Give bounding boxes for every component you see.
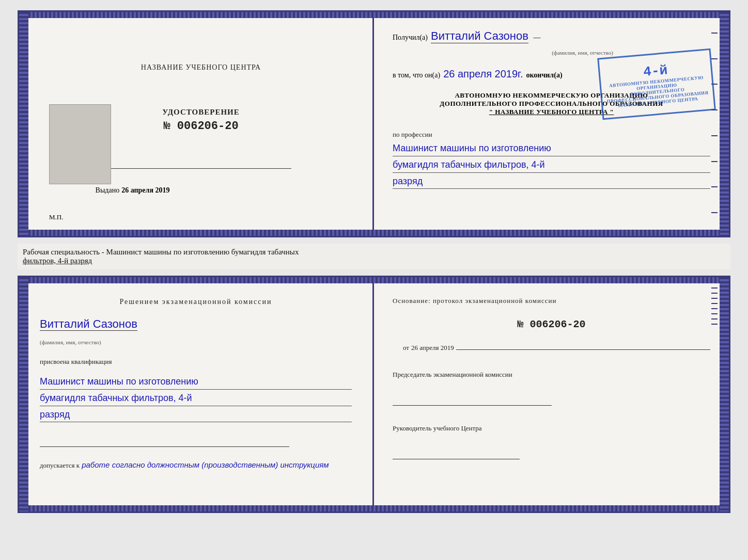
- protocol-number: № 006206-20: [393, 318, 710, 330]
- issued-label: Выдано: [96, 186, 120, 195]
- qualification-line3: разряд: [40, 407, 352, 423]
- commission-title: Решением экзаменационной комиссии: [40, 298, 352, 306]
- deco-dash-2: [711, 58, 718, 59]
- desc-text1: Рабочая специальность - Машинист машины …: [23, 248, 725, 257]
- deco-dash-8: [711, 212, 718, 213]
- stamp-number: 4-й: [643, 62, 668, 80]
- photo-placeholder: [49, 104, 111, 184]
- top-document: НАЗВАНИЕ УЧЕБНОГО ЦЕНТРА УДОСТОВЕРЕНИЕ №…: [18, 10, 730, 237]
- chair-title: Председатель экзаменационной комиссии: [393, 371, 710, 379]
- bottom-left-page: Решением экзаменационной комиссии Виттал…: [19, 277, 374, 511]
- profession-line3: разряд: [393, 174, 710, 189]
- deco-dash-6: [711, 161, 718, 162]
- person-name: Витталий Сазонов: [40, 317, 137, 331]
- in-tom-prefix: в том, что он(а): [393, 71, 440, 79]
- stamp: 4-й АВТОНОМНУЮ НЕКОММЕРЧЕСКУЮ ОРГАНИЗАЦИ…: [597, 49, 716, 120]
- profession-line1: Машинист машины по изготовлению: [393, 141, 710, 156]
- qualification-line2: бумагидля табачных фильтров, 4-й: [40, 391, 352, 406]
- received-prefix: Получил(а): [393, 34, 428, 42]
- profession-label: по профессии: [393, 131, 710, 139]
- assigned-label: присвоена квалификация: [40, 358, 112, 365]
- cert-type-label: УДОСТОВЕРЕНИЕ: [162, 108, 240, 117]
- head-title: Руководитель учебного Центра: [393, 424, 710, 433]
- recipient-name: Витталий Сазонов: [431, 29, 528, 43]
- qualification-line1: Машинист машины по изготовлению: [40, 374, 352, 390]
- top-right-page: Получил(а) Витталий Сазонов — (фамилия, …: [374, 12, 729, 236]
- name-subtitle-top: (фамилия, имя, отчество): [552, 50, 613, 56]
- r-deco-1: [711, 287, 718, 289]
- r-deco-8: [711, 324, 718, 325]
- chair-signature-line: [393, 393, 552, 406]
- mp-label: М.П.: [49, 213, 63, 221]
- deco-dash-3: [711, 84, 718, 85]
- issued-date: 26 апреля 2019: [121, 186, 169, 195]
- bottom-description: Рабочая специальность - Машинист машины …: [18, 244, 730, 269]
- r-deco-4: [711, 303, 718, 304]
- desc-text2: фильтров, 4-й разряд: [23, 257, 725, 265]
- r-deco-3: [711, 298, 718, 299]
- deco-dash-7: [711, 186, 718, 187]
- training-center-title: НАЗВАНИЕ УЧЕБНОГО ЦЕНТРА: [141, 63, 261, 72]
- cert-number: № 006206-20: [162, 120, 240, 133]
- name-subtitle-bottom: (фамилия, имя, отчество): [40, 339, 101, 345]
- r-deco-2: [711, 293, 718, 294]
- date-dash: [456, 342, 710, 350]
- admitted-prefix: допускается к: [40, 461, 80, 470]
- profession-line2: бумагидля табачных фильтров, 4-й: [393, 157, 710, 173]
- admitted-handwritten: работе согласно должностным (производств…: [82, 460, 329, 469]
- top-left-page: НАЗВАНИЕ УЧЕБНОГО ЦЕНТРА УДОСТОВЕРЕНИЕ №…: [19, 12, 374, 236]
- date-value: 26 апреля 2019: [411, 344, 454, 352]
- basis-label: Основание: протокол экзаменационной коми…: [393, 297, 710, 305]
- deco-dash-4: [711, 109, 718, 110]
- r-deco-7: [711, 318, 718, 319]
- deco-dash-1: [711, 33, 718, 34]
- deco-dash-5: [711, 135, 718, 136]
- bottom-right-page: Основание: протокол экзаменационной коми…: [374, 277, 729, 511]
- date-handwritten: 26 апреля 2019г.: [443, 68, 523, 80]
- date-prefix: от: [403, 344, 409, 352]
- bottom-document: Решением экзаменационной комиссии Виттал…: [18, 276, 730, 513]
- finished-label: окончил(а): [526, 71, 562, 79]
- r-deco-5: [711, 308, 718, 309]
- blank-line-1: [40, 437, 289, 447]
- head-signature-line: [393, 447, 520, 459]
- r-deco-6: [711, 313, 718, 314]
